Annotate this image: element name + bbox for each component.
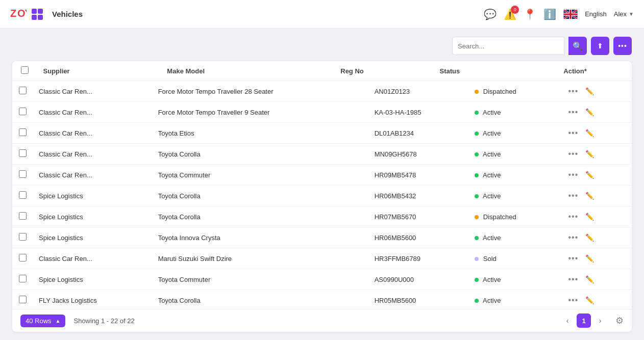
status-label-8: Sold <box>483 255 497 263</box>
status-label-4: Active <box>483 171 501 179</box>
row-edit-btn-7[interactable]: ✏️ <box>583 232 596 243</box>
upload-button[interactable]: ⬆ <box>591 37 609 55</box>
warning-icon-btn[interactable]: ⚠️ 0 <box>504 8 516 20</box>
row-checkbox-2[interactable] <box>19 128 27 136</box>
row-more-btn-1[interactable]: ••• <box>566 107 580 118</box>
prev-page-button[interactable]: ‹ <box>560 313 575 328</box>
row-checkbox-1[interactable] <box>19 108 27 115</box>
cell-status-4: Active <box>468 165 560 186</box>
rows-chevron-icon: ▲ <box>56 318 61 324</box>
more-options-button[interactable]: ••• <box>613 37 632 55</box>
cell-supplier-6: Spice Logistics <box>33 206 152 227</box>
row-checkbox-10[interactable] <box>19 296 27 303</box>
header: Z OYRIDE Vehicles 💬 ⚠️ 0 📍 ℹ️ <box>0 0 644 29</box>
row-checkbox-7[interactable] <box>19 233 27 241</box>
cell-reg-no-3: MN09GH5678 <box>368 144 468 165</box>
cell-supplier-8: Classic Car Ren... <box>33 248 152 269</box>
row-checkbox-9[interactable] <box>19 275 27 282</box>
row-checkbox-0[interactable] <box>19 87 27 94</box>
status-dot-7 <box>475 236 479 240</box>
language-label: English <box>585 10 607 18</box>
table-row: Classic Car Ren... Maruti Suzuki Swift D… <box>12 248 632 269</box>
rows-per-page-selector[interactable]: 40 Rows ▲ <box>20 315 65 327</box>
row-edit-btn-5[interactable]: ✏️ <box>583 191 596 201</box>
row-edit-btn-0[interactable]: ✏️ <box>583 86 596 96</box>
col-reg-no: Reg No <box>334 61 433 81</box>
next-page-button[interactable]: › <box>593 313 607 328</box>
user-chevron-icon: ▼ <box>629 11 634 17</box>
pagination: ‹ 1 › <box>560 313 607 328</box>
select-all-checkbox[interactable] <box>21 66 29 74</box>
message-icon-btn[interactable]: 💬 <box>484 8 497 20</box>
table-row: Spice Logistics Toyota Corolla HR06MB543… <box>12 186 632 206</box>
status-label-2: Active <box>483 129 501 137</box>
cell-action-9: ••• ✏️ <box>560 269 632 290</box>
location-icon-btn[interactable]: 📍 <box>524 8 536 20</box>
cell-action-10: ••• ✏️ <box>560 290 632 309</box>
user-menu[interactable]: Alex ▼ <box>614 10 634 18</box>
row-edit-btn-2[interactable]: ✏️ <box>583 128 596 138</box>
row-more-btn-4[interactable]: ••• <box>566 169 580 180</box>
cell-supplier-1: Classic Car Ren... <box>33 102 152 123</box>
row-more-btn-6[interactable]: ••• <box>566 211 580 222</box>
row-edit-btn-9[interactable]: ✏️ <box>583 274 596 284</box>
row-edit-btn-1[interactable]: ✏️ <box>583 107 596 117</box>
cell-make-model-7: Toyota Innova Crysta <box>152 227 368 248</box>
cell-supplier-9: Spice Logistics <box>33 269 152 290</box>
search-button[interactable]: 🔍 <box>568 37 587 55</box>
cell-action-0: ••• ✏️ <box>560 81 632 102</box>
search-input[interactable] <box>452 37 564 55</box>
cell-reg-no-7: HR06MB5600 <box>368 227 468 248</box>
row-more-btn-10[interactable]: ••• <box>566 295 580 306</box>
row-edit-btn-4[interactable]: ✏️ <box>583 170 596 180</box>
col-status: Status <box>433 61 557 81</box>
table-row: Classic Car Ren... Toyota Corolla MN09GH… <box>12 144 632 165</box>
table-settings-icon[interactable]: ⚙ <box>615 315 624 326</box>
page-1-button[interactable]: 1 <box>577 313 591 328</box>
logo-area: Z OYRIDE Vehicles <box>10 8 83 21</box>
table-row: Spice Logistics Toyota Commuter AS0990U0… <box>12 269 632 290</box>
cell-supplier-7: Spice Logistics <box>33 227 152 248</box>
row-edit-btn-3[interactable]: ✏️ <box>583 149 596 159</box>
row-checkbox-3[interactable] <box>19 149 27 157</box>
col-action: Action* <box>557 61 632 81</box>
cell-status-9: Active <box>468 269 560 290</box>
status-dot-6 <box>475 215 479 219</box>
cell-reg-no-9: AS0990U000 <box>368 269 468 290</box>
row-checkbox-4[interactable] <box>19 170 27 178</box>
cell-supplier-2: Classic Car Ren... <box>33 123 152 144</box>
row-more-btn-0[interactable]: ••• <box>566 86 580 97</box>
cell-reg-no-10: HR05MB5600 <box>368 290 468 309</box>
cell-status-7: Active <box>468 227 560 248</box>
table-row: Classic Car Ren... Toyota Commuter HR09M… <box>12 165 632 186</box>
row-more-btn-2[interactable]: ••• <box>566 127 580 139</box>
row-edit-btn-10[interactable]: ✏️ <box>583 295 596 305</box>
cell-make-model-0: Force Motor Tempo Traveller 28 Seater <box>152 81 368 102</box>
row-more-btn-5[interactable]: ••• <box>566 190 580 201</box>
status-dot-5 <box>475 194 479 198</box>
svg-text:OYRIDE: OYRIDE <box>17 8 27 19</box>
row-edit-btn-8[interactable]: ✏️ <box>583 253 596 264</box>
status-label-7: Active <box>483 234 501 242</box>
row-checkbox-5[interactable] <box>19 191 27 199</box>
cell-supplier-5: Spice Logistics <box>33 186 152 206</box>
row-more-btn-8[interactable]: ••• <box>566 253 580 264</box>
cell-supplier-3: Classic Car Ren... <box>33 144 152 165</box>
row-more-btn-9[interactable]: ••• <box>566 274 580 285</box>
info-icon-btn[interactable]: ℹ️ <box>543 8 556 20</box>
table-row: Classic Car Ren... Force Motor Tempo Tra… <box>12 81 632 102</box>
table-row: Classic Car Ren... Force Motor Tempo Tra… <box>12 102 632 123</box>
cell-status-1: Active <box>468 102 560 123</box>
status-label-5: Active <box>483 192 501 200</box>
row-more-btn-7[interactable]: ••• <box>566 232 580 243</box>
cell-action-3: ••• ✏️ <box>560 144 632 165</box>
status-label-6: Dispatched <box>483 213 516 221</box>
cell-reg-no-6: HR07MB5670 <box>368 206 468 227</box>
flag-icon <box>563 10 578 19</box>
svg-text:Z: Z <box>10 8 16 19</box>
row-edit-btn-6[interactable]: ✏️ <box>583 212 596 222</box>
row-checkbox-8[interactable] <box>19 254 27 261</box>
row-checkbox-6[interactable] <box>19 212 27 220</box>
more-icon: ••• <box>618 42 627 50</box>
row-more-btn-3[interactable]: ••• <box>566 148 580 160</box>
